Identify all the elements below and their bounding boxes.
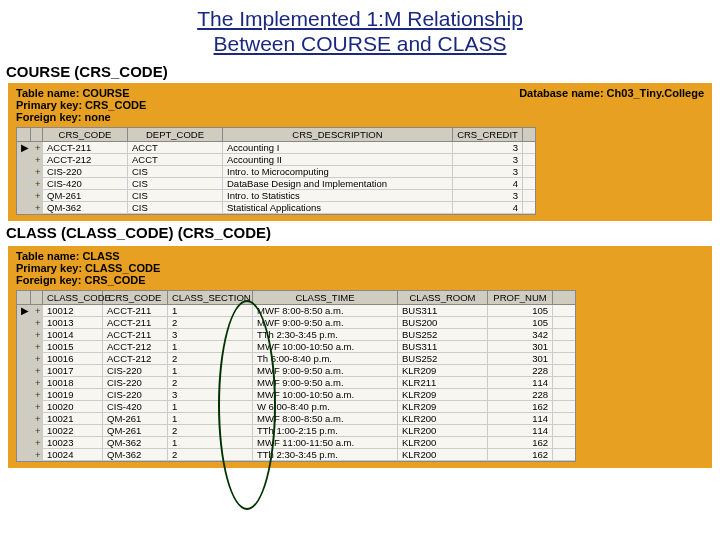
col-class-time: CLASS_TIME [253, 291, 398, 304]
table-row: +10018CIS-2202MWF 9:00-9:50 a.m.KLR21111… [17, 377, 575, 389]
course-fk: Foreign key: none [16, 111, 146, 123]
table-row: +10023QM-3621MWF 11:00-11:50 a.m.KLR2001… [17, 437, 575, 449]
class-fk: Foreign key: CRS_CODE [16, 274, 704, 286]
course-header-row: CRS_CODE DEPT_CODE CRS_DESCRIPTION CRS_C… [17, 128, 535, 142]
table-row: +10024QM-3622TTh 2:30-3:45 p.m.KLR200162 [17, 449, 575, 461]
title-line-1: The Implemented 1:M Relationship [197, 7, 523, 30]
table-row: +10015ACCT-2121MWF 10:00-10:50 a.m.BUS31… [17, 341, 575, 353]
table-row: +10020CIS-4201W 6:00-8:40 p.m.KLR209162 [17, 401, 575, 413]
table-row: +QM-362CISStatistical Applications4 [17, 202, 535, 214]
table-row: +QM-261CISIntro. to Statistics3 [17, 190, 535, 202]
col-crs-code: CRS_CODE [43, 128, 128, 141]
col-class-room: CLASS_ROOM [398, 291, 488, 304]
database-name: Database name: Ch03_Tiny.College [519, 87, 704, 123]
table-row: ▶+10012ACCT-2111MWF 8:00-8:50 a.m.BUS311… [17, 305, 575, 317]
table-row: ▶+ACCT-211ACCTAccounting I3 [17, 142, 535, 154]
col-crs-desc: CRS_DESCRIPTION [223, 128, 453, 141]
table-row: +CIS-220CISIntro. to Microcomputing3 [17, 166, 535, 178]
class-panel: Table name: CLASS Primary key: CLASS_COD… [8, 246, 712, 468]
class-table: CLASS_CODE CRS_CODE CLASS_SECTION CLASS_… [16, 290, 576, 462]
col-crs-credit: CRS_CREDIT [453, 128, 523, 141]
title-line-2: Between COURSE and CLASS [214, 32, 507, 55]
table-row: +10013ACCT-2112MWF 9:00-9:50 a.m.BUS2001… [17, 317, 575, 329]
class-tablename: Table name: CLASS [16, 250, 704, 262]
course-tablename: Table name: COURSE [16, 87, 146, 99]
table-row: +10014ACCT-2113TTh 2:30-3:45 p.m.BUS2523… [17, 329, 575, 341]
course-pk: Primary key: CRS_CODE [16, 99, 146, 111]
table-row: +CIS-420CISDataBase Design and Implement… [17, 178, 535, 190]
table-row: +10021QM-2611MWF 8:00-8:50 a.m.KLR200114 [17, 413, 575, 425]
class-header-row: CLASS_CODE CRS_CODE CLASS_SECTION CLASS_… [17, 291, 575, 305]
section-course-label: COURSE (CRS_CODE) [0, 60, 720, 83]
course-table: CRS_CODE DEPT_CODE CRS_DESCRIPTION CRS_C… [16, 127, 536, 215]
table-row: +10019CIS-2203MWF 10:00-10:50 a.m.KLR209… [17, 389, 575, 401]
table-row: +ACCT-212ACCTAccounting II3 [17, 154, 535, 166]
col-class-section: CLASS_SECTION [168, 291, 253, 304]
table-row: +10017CIS-2201MWF 9:00-9:50 a.m.KLR20922… [17, 365, 575, 377]
col-class-crs: CRS_CODE [103, 291, 168, 304]
col-dept-code: DEPT_CODE [128, 128, 223, 141]
section-class-label: CLASS (CLASS_CODE) (CRS_CODE) [0, 221, 720, 244]
class-pk: Primary key: CLASS_CODE [16, 262, 704, 274]
table-row: +10016ACCT-2122Th 6:00-8:40 p.m.BUS25230… [17, 353, 575, 365]
table-row: +10022QM-2612TTh 1:00-2:15 p.m.KLR200114 [17, 425, 575, 437]
course-panel: Table name: COURSE Primary key: CRS_CODE… [8, 83, 712, 221]
slide-title: The Implemented 1:M Relationship Between… [0, 0, 720, 60]
col-prof-num: PROF_NUM [488, 291, 553, 304]
col-class-code: CLASS_CODE [43, 291, 103, 304]
